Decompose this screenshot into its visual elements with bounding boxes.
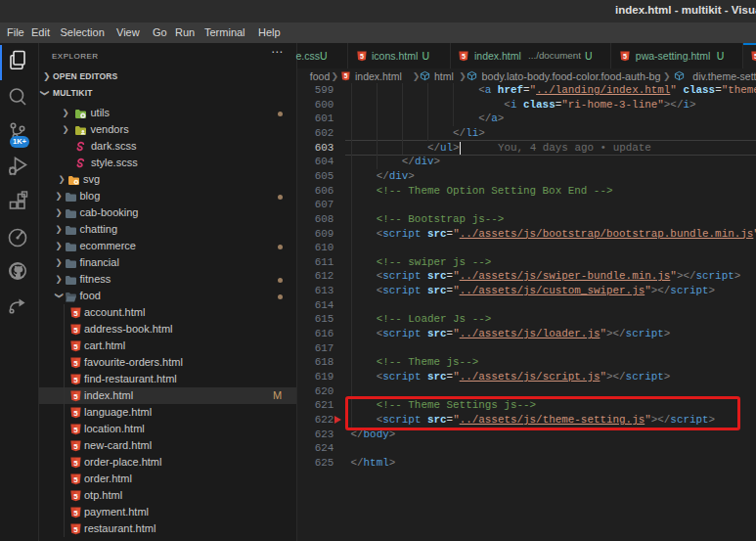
svg-text:5: 5 <box>73 325 78 334</box>
svg-text:5: 5 <box>623 53 627 61</box>
svg-text:5: 5 <box>73 491 78 500</box>
svg-text:5: 5 <box>73 308 78 317</box>
svg-text:5: 5 <box>73 358 78 367</box>
svg-text:5: 5 <box>73 474 78 483</box>
svg-text:5: 5 <box>73 408 78 417</box>
svg-text:5: 5 <box>73 458 78 467</box>
svg-text:5: 5 <box>73 441 78 450</box>
svg-text:5: 5 <box>73 508 78 517</box>
svg-text:5: 5 <box>73 524 78 533</box>
svg-text:5: 5 <box>344 72 348 79</box>
svg-text:5: 5 <box>73 375 78 383</box>
svg-text:5: 5 <box>73 341 78 350</box>
svg-text:5: 5 <box>73 425 78 433</box>
svg-text:5: 5 <box>73 391 78 400</box>
svg-text:5: 5 <box>462 53 466 61</box>
svg-text:5: 5 <box>360 53 364 61</box>
